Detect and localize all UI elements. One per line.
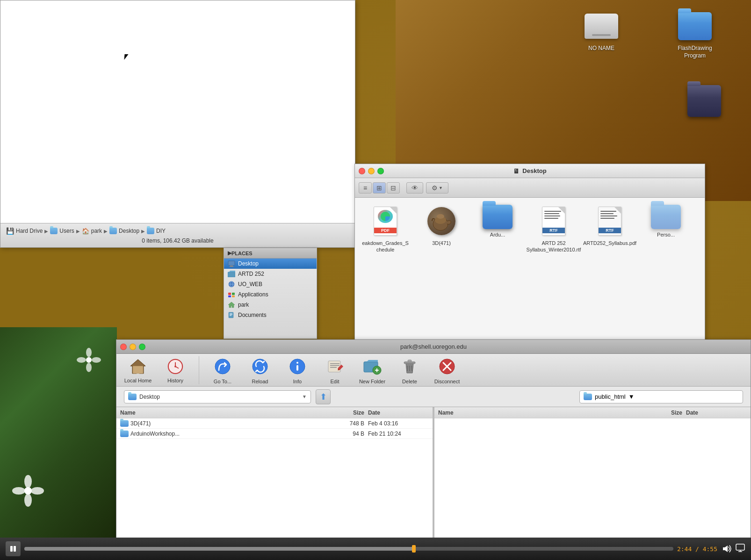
- places-label: PLACES: [231, 251, 253, 256]
- local-row-2-date: Feb 21 10:24: [368, 431, 429, 437]
- taskbar-progress-bar[interactable]: [24, 547, 673, 551]
- sidebar-item-applications[interactable]: Applications: [224, 289, 317, 300]
- local-size-header: Size: [331, 409, 368, 416]
- hard-drive-icon: 💾: [6, 227, 14, 235]
- new-folder-label: New Folder: [359, 379, 385, 384]
- svg-rect-12: [228, 295, 231, 297]
- upload-icon: ⬆: [320, 392, 327, 402]
- file-item-artd252-pdf[interactable]: ARTD252_Syllabus.pdf: [584, 202, 635, 341]
- ftp-history-btn[interactable]: History: [161, 357, 189, 383]
- ftp-edit-btn[interactable]: Edit: [321, 356, 349, 384]
- breadcrumb-diy[interactable]: DIY: [147, 228, 166, 234]
- local-row-2-folder-icon: [120, 431, 129, 437]
- desktop-icon-dark-folder[interactable]: [676, 84, 732, 120]
- local-path-folder-icon: [128, 394, 137, 400]
- desktop-window-content: eakdown_Grades_Schedule 3D(471): [355, 198, 705, 345]
- ftp-new-folder-btn[interactable]: New Folder: [358, 356, 386, 384]
- finder-desktop-toolbar: ≡ ⊞ ⊟ 👁 ⚙ ▼: [355, 178, 705, 198]
- desktop-icon-no-name-drive[interactable]: NO NAME: [573, 9, 629, 52]
- taskbar-screen-btn[interactable]: [735, 543, 745, 555]
- desktop-window-traffic-lights: [359, 168, 384, 174]
- desktop-minimize-btn[interactable]: [368, 168, 375, 174]
- file-item-breakdown-grades[interactable]: eakdown_Grades_Schedule: [360, 202, 411, 341]
- list-view-btn[interactable]: ≡: [359, 182, 372, 194]
- coverflow-view-btn[interactable]: ⊟: [387, 182, 400, 194]
- eye-icon: 👁: [412, 184, 418, 192]
- sidebar-item-park[interactable]: park: [224, 300, 317, 310]
- pdf-icon-artd252-syllabus: [598, 207, 621, 236]
- ftp-local-path-dropdown[interactable]: Desktop ▼: [124, 390, 311, 403]
- svg-rect-10: [228, 293, 231, 295]
- sidebar-item-artd252[interactable]: ARTD 252: [224, 269, 317, 279]
- teapot-icon-3d: [427, 207, 455, 235]
- ftp-minimize-btn[interactable]: [130, 344, 136, 350]
- breadcrumb-hard-drive[interactable]: 💾 Hard Drive: [6, 227, 43, 235]
- ftp-remote-pane: Name Size Date: [434, 407, 751, 559]
- desktop-maximize-btn[interactable]: [377, 168, 384, 174]
- svg-rect-29: [133, 366, 143, 373]
- ftp-local-row-2[interactable]: ArduinoWorkshop... 94 B Feb 21 10:24: [116, 429, 433, 439]
- ftp-close-btn[interactable]: [120, 344, 127, 350]
- local-row-1-date: Feb 4 03:16: [368, 420, 429, 427]
- breadcrumb-users[interactable]: Users: [50, 228, 74, 234]
- 3d-471-label: 3D(471): [432, 240, 451, 246]
- ftp-remote-path-dropdown[interactable]: public_html ▼: [579, 390, 743, 403]
- rtf-icon-artd252: [542, 207, 565, 236]
- status-bar: 0 items, 106.42 GB available: [0, 237, 355, 245]
- ftp-toolbar: Local Home History: [116, 354, 751, 387]
- action-dropdown-arrow: ▼: [439, 186, 443, 190]
- remote-path-text: public_html: [595, 393, 626, 400]
- sidebar-item-desktop[interactable]: Desktop: [224, 258, 317, 269]
- svg-point-34: [174, 366, 176, 367]
- grid-view-btn[interactable]: ⊞: [373, 182, 386, 194]
- gear-icon: ⚙: [432, 184, 438, 192]
- ftp-disconnect-btn[interactable]: Disconnect: [433, 356, 461, 384]
- park-sidebar-label: park: [238, 302, 249, 308]
- desktop-icon-flash-drawing[interactable]: FlashDrawingProgram: [667, 9, 723, 59]
- ftp-local-home-btn[interactable]: Local Home: [124, 357, 152, 383]
- ftp-traffic-lights: [120, 344, 145, 350]
- sidebar-item-documents[interactable]: Documents: [224, 310, 317, 320]
- dark-folder-icon-shape: [687, 85, 721, 117]
- file-item-ardu[interactable]: Ardu...: [472, 202, 523, 341]
- flower-decoration-2: [75, 346, 103, 374]
- perso-label: Perso...: [657, 231, 675, 238]
- folder-icon-shape: [678, 12, 712, 40]
- file-item-artd252-rtf[interactable]: ARTD 252Syllabus_Winter2010.rtf: [528, 202, 579, 341]
- ftp-maximize-btn[interactable]: [139, 344, 145, 350]
- sidebar-item-uo-web[interactable]: UO_WEB: [224, 279, 317, 289]
- users-folder-icon: [50, 228, 58, 234]
- breadcrumb-hard-drive-label: Hard Drive: [16, 228, 43, 234]
- svg-point-35: [215, 359, 230, 374]
- svg-rect-49: [408, 360, 412, 362]
- breadcrumb-desktop[interactable]: Desktop: [109, 228, 139, 234]
- action-btn[interactable]: ⚙ ▼: [426, 182, 448, 194]
- reload-label: Reload: [252, 379, 268, 384]
- file-item-3d-471[interactable]: 3D(471): [416, 202, 467, 341]
- svg-rect-58: [736, 544, 744, 550]
- ftp-titlebar: park@shell.uoregon.edu: [116, 340, 751, 354]
- ftp-upload-btn[interactable]: ⬆: [316, 389, 331, 404]
- desktop-close-btn[interactable]: [359, 168, 365, 174]
- svg-rect-5: [229, 266, 234, 267]
- artd252-sidebar-icon: [228, 270, 235, 278]
- desktop-sidebar-label: Desktop: [238, 260, 259, 267]
- ftp-info-btn[interactable]: Info: [283, 356, 311, 384]
- ftp-reload-btn[interactable]: Reload: [246, 356, 274, 384]
- taskbar-volume-control[interactable]: [721, 544, 731, 554]
- file-item-perso[interactable]: Perso...: [640, 202, 692, 341]
- places-triangle: ▶: [228, 250, 231, 256]
- ftp-goto-btn[interactable]: Go To...: [209, 356, 237, 384]
- quick-look-btn[interactable]: 👁: [406, 182, 423, 194]
- ftp-local-table-header: Name Size Date: [116, 407, 433, 418]
- flower-decoration-1: [9, 472, 47, 510]
- taskbar-pause-btn[interactable]: [6, 541, 21, 556]
- ftp-window-title: park@shell.uoregon.edu: [400, 343, 467, 350]
- ftp-local-row-1[interactable]: 3D(471) 748 B Feb 4 03:16: [116, 418, 433, 429]
- svg-point-2: [437, 214, 444, 219]
- uo-web-sidebar-label: UO_WEB: [238, 281, 262, 287]
- ftp-delete-btn[interactable]: Delete: [396, 356, 424, 384]
- flash-drawing-label: FlashDrawingProgram: [678, 45, 712, 59]
- svg-rect-56: [10, 546, 13, 552]
- breadcrumb-park[interactable]: 🏠 park: [82, 228, 102, 235]
